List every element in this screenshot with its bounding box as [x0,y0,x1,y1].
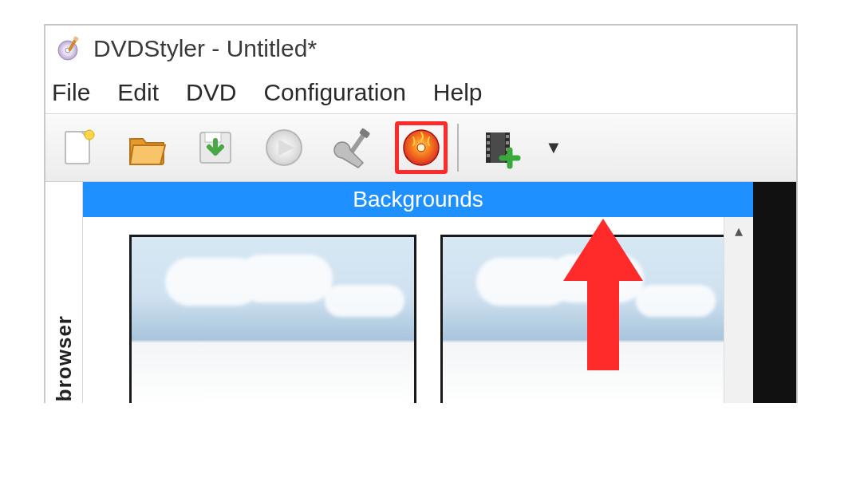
backgrounds-scrollbar[interactable]: ▴ [724,217,753,403]
open-project-button[interactable] [120,121,173,174]
svg-rect-24 [506,141,509,144]
lower-area: browser Backgrounds ▴ [45,182,796,403]
app-window: DVDStyler - Untitled* File Edit DVD Conf… [44,24,798,403]
page-root: DVDStyler - Untitled* File Edit DVD Conf… [0,0,868,498]
backgrounds-thumb-strip [83,217,753,403]
svg-rect-23 [506,135,509,138]
title-bar: DVDStyler - Untitled* [45,26,796,72]
save-icon [194,126,237,169]
scroll-up-button[interactable]: ▴ [724,217,753,244]
disc-preview-icon [262,126,306,169]
file-browser-tab-label: browser [52,315,77,401]
menu-canvas[interactable] [753,182,796,403]
menu-edit[interactable]: Edit [117,79,159,106]
svg-point-15 [417,144,425,152]
backgrounds-header-label: Backgrounds [353,187,483,212]
menu-bar: File Edit DVD Configuration Help [45,72,796,113]
chevron-up-icon: ▴ [735,221,743,240]
toolbar-separator [457,124,459,172]
new-project-button[interactable] [52,121,105,174]
burn-disc-button[interactable] [395,121,448,174]
toolbar: ▼ [45,113,796,182]
open-folder-icon [125,126,168,169]
preview-button[interactable] [258,121,310,174]
background-thumb[interactable] [129,235,416,403]
settings-button[interactable] [326,121,379,174]
new-file-icon [57,127,99,168]
film-add-icon [478,126,521,169]
file-browser-tab[interactable]: browser [45,182,83,403]
menu-help[interactable]: Help [433,79,483,106]
save-project-button[interactable] [189,121,242,174]
backgrounds-panel: Backgrounds ▴ [83,182,753,403]
menu-configuration[interactable]: Configuration [263,79,405,106]
wrench-screwdriver-icon [331,126,374,169]
chevron-down-icon: ▼ [545,137,562,157]
window-title: DVDStyler - Untitled* [93,35,317,62]
svg-rect-22 [487,154,490,157]
burn-disc-icon [401,128,441,168]
backgrounds-header: Backgrounds [83,182,753,217]
menu-dvd[interactable]: DVD [186,79,236,106]
svg-rect-21 [487,148,490,151]
add-video-dropdown[interactable]: ▼ [542,132,566,163]
background-thumb[interactable] [440,235,728,403]
svg-point-6 [85,130,94,140]
menu-file[interactable]: File [52,79,90,106]
svg-rect-19 [487,135,490,138]
app-icon [57,36,82,61]
svg-rect-20 [487,141,490,144]
add-video-button[interactable] [473,121,526,174]
